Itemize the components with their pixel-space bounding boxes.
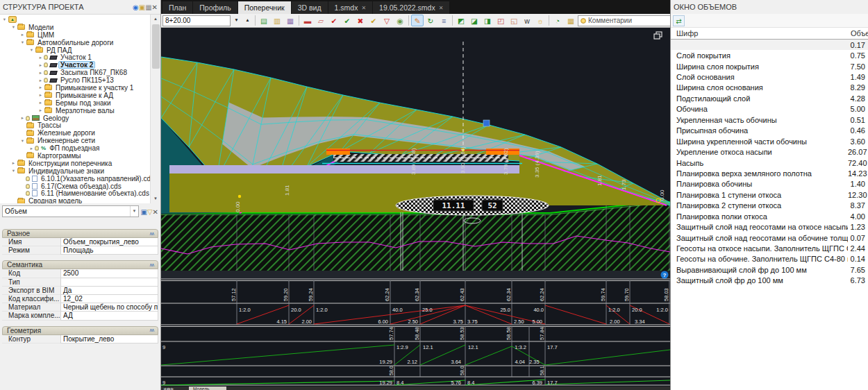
visibility-bulb-icon[interactable] <box>44 55 48 60</box>
related-objects-icon[interactable]: ▣ <box>140 208 147 216</box>
export-grid-icon[interactable]: ▦ <box>565 15 577 26</box>
volumes-row[interactable]: Слой основания1.49 <box>671 71 868 82</box>
volumes-row[interactable]: Присыпная обочина0.46 <box>671 126 868 136</box>
property-value[interactable]: Черный щебень по способу про... <box>60 303 158 312</box>
close-icon[interactable]: ✕ <box>152 3 158 11</box>
collapse-icon[interactable]: ▾ <box>19 40 26 45</box>
project-tree[interactable]: ▾▲▾Модели▸ЦММ▾Автомобильные дороги▾РД ПА… <box>0 14 160 203</box>
property-value[interactable]: АД <box>60 312 158 320</box>
volumes-row[interactable]: Слой покрытия0.75 <box>671 50 868 60</box>
section-header[interactable]: Геометрия∧∧ <box>2 326 158 335</box>
property-value[interactable]: Площадь <box>60 246 158 255</box>
object-filter-combo[interactable]: Объем ▼ <box>2 205 139 217</box>
export-sheet-icon[interactable]: ◰ <box>494 15 507 26</box>
profile-check-icon[interactable]: ✔ <box>328 15 340 26</box>
expand-icon[interactable]: ▸ <box>28 146 35 151</box>
tree-item-участок-1[interactable]: ▸Участок 1 <box>0 53 150 61</box>
tree-item-примыкание-к-ад[interactable]: ▸Примыкание к АД <box>0 92 150 99</box>
volumes-row[interactable]: Ширина укрепленной части обочины3.60 <box>671 136 868 146</box>
close-tab-icon[interactable]: ✕ <box>439 5 444 11</box>
volumes-row[interactable]: Защитный слой над геосотами на обочине т… <box>671 232 868 243</box>
levels-bulb-icon[interactable]: ☼ <box>534 15 546 26</box>
visibility-bulb-icon[interactable] <box>44 78 48 83</box>
visibility-bulb-icon[interactable] <box>44 62 48 67</box>
volumes-table-icon[interactable]: ≡ <box>437 15 450 26</box>
refresh-objects-icon[interactable]: ↻ <box>424 15 437 26</box>
text-anchor-icon[interactable]: w <box>521 15 533 26</box>
tree-item-трассы[interactable]: Трассы <box>0 121 150 129</box>
expand-icon[interactable]: ▸ <box>19 32 26 37</box>
tree-scrollbar[interactable]: ▲ ▼ <box>150 15 160 203</box>
surface-chart-3-icon[interactable]: ◨ <box>481 15 494 26</box>
visibility-bulb-icon[interactable] <box>26 116 30 121</box>
tree-item-мерзлотные-валы[interactable]: ▸Мерзлотные валы <box>0 107 150 115</box>
tab-1-smdx[interactable]: 1.smdx✕ <box>328 1 373 14</box>
visibility-bulb-icon[interactable] <box>26 176 30 181</box>
profile-recalc-icon[interactable]: ✔ <box>341 15 353 26</box>
volumes-row[interactable]: Насыпь72.40 <box>671 158 868 168</box>
visibility-bulb-icon[interactable] <box>35 146 39 151</box>
property-value[interactable]: Да <box>60 287 158 295</box>
tree-item-участок-2[interactable]: ▸Участок 2 <box>0 61 150 69</box>
layers-settings-icon[interactable]: ▦ <box>145 3 151 11</box>
tree-item-6-10-1-указатель-направлений-cds[interactable]: 6.10.1(Указатель направлений).cds <box>0 175 150 183</box>
tree-item-geology[interactable]: ▸Geology <box>0 115 150 122</box>
visibility-bulb-icon[interactable] <box>26 191 30 196</box>
profile-target-icon[interactable]: ◉ <box>394 15 406 26</box>
surface-chart-2-icon[interactable]: ◪ <box>468 15 481 26</box>
volumes-row[interactable]: Подстилающий слой4.28 <box>671 93 868 103</box>
property-value[interactable]: 12_02 <box>60 295 158 303</box>
volumes-row[interactable]: Защитный слой фр до 100 мм6.73 <box>671 275 868 286</box>
volumes-row[interactable]: Обочина5.00 <box>671 104 868 115</box>
gauge-icon[interactable]: ◔ <box>551 15 564 26</box>
volumes-row[interactable]: Планировка обочины1.40 <box>671 179 868 189</box>
profile-cross-icon[interactable]: ✖ <box>354 15 367 26</box>
collapse-chevron-icon[interactable]: ∧∧ <box>149 328 153 333</box>
tree-item-6-17-схема-объезда-cds[interactable]: 6.17(Схема объезда).cds <box>0 183 150 190</box>
open-cross-section-icon[interactable]: ▥ <box>271 15 283 26</box>
tab-поперечник[interactable]: Поперечник <box>238 1 291 14</box>
tree-item-железные-дороги[interactable]: Железные дороги <box>0 129 150 137</box>
expand-icon[interactable]: ▸ <box>37 70 44 76</box>
share-model-icon[interactable]: ▣ <box>139 3 145 11</box>
property-value[interactable]: Покрытие_лево <box>60 335 158 344</box>
expand-icon[interactable]: ▸ <box>37 85 44 90</box>
volumes-row[interactable]: Ширина слоя основания8.29 <box>671 83 868 93</box>
volumes-row[interactable]: Ширина слоя покрытия7.50 <box>671 61 868 71</box>
expand-icon[interactable]: ▸ <box>37 108 44 113</box>
volumes-row[interactable]: Укрепление откоса насыпи26.07 <box>671 146 868 157</box>
scroll-up-icon[interactable]: ▲ <box>151 15 160 24</box>
visibility-icon[interactable]: ◉ <box>133 3 139 11</box>
tree-item-инженерные-сети[interactable]: ▾Инженерные сети <box>0 137 150 144</box>
tree-item-фп-подъездная[interactable]: ▸%ФП подъездная <box>0 144 150 152</box>
profile-apply-icon[interactable]: ✔ <box>367 15 380 26</box>
refresh-volumes-icon[interactable]: ⇄ <box>673 15 685 26</box>
volumes-row[interactable]: Планировка 1 ступени откоса12.30 <box>671 189 868 200</box>
chevron-down-icon[interactable]: ▼ <box>130 206 137 217</box>
collapse-icon[interactable]: ▾ <box>10 24 17 30</box>
clear-filter-icon[interactable]: ✕ <box>153 208 158 216</box>
volumes-row[interactable]: Выравнивающий слой фр до 100 мм7.65 <box>671 264 868 275</box>
collapse-chevron-icon[interactable]: ∧∧ <box>149 231 153 237</box>
sheet-preview-icon[interactable]: ▱ <box>315 15 327 26</box>
edit-objects-icon[interactable]: ✎ <box>411 15 424 26</box>
tree-item-автомобильные-дороги[interactable]: ▾Автомобильные дороги <box>0 39 150 46</box>
tab-профиль[interactable]: Профиль <box>193 1 237 14</box>
station-next-icon[interactable]: ▲ <box>242 15 253 26</box>
tree-item-бермы-под-знаки[interactable]: ▸Бермы под знаки <box>0 99 150 107</box>
expand-icon[interactable]: ▸ <box>19 115 26 121</box>
collapse-icon[interactable]: ▾ <box>28 47 35 53</box>
volumes-row[interactable]: Планировка полки откоса4.00 <box>671 211 868 221</box>
cross-section-canvas[interactable]: 11.1152 0.001.813.89 (4.58)3.90 (4.64)3.… <box>161 28 670 390</box>
roadbed-layers-icon[interactable]: ▬ <box>301 15 314 26</box>
profile-down-icon[interactable]: ▽ <box>381 15 393 26</box>
collapse-icon[interactable]: ▾ <box>19 138 26 144</box>
volumes-row[interactable]: Планировка 2 ступени откоса8.37 <box>671 201 868 211</box>
volumes-row[interactable]: 0.17 <box>671 40 868 50</box>
collapse-icon[interactable]: ▾ <box>1 17 8 22</box>
comments-combo[interactable]: Комментарии ▼ <box>578 15 670 26</box>
expand-icon[interactable]: ▸ <box>37 92 44 98</box>
expand-icon[interactable]: ▸ <box>37 62 44 68</box>
tree-item-6-11-наименование-объекта-cds[interactable]: 6.11 (Наименование объекта).cds <box>0 189 150 197</box>
volumes-row[interactable]: Защитный слой над геосотами на откосе на… <box>671 221 868 232</box>
